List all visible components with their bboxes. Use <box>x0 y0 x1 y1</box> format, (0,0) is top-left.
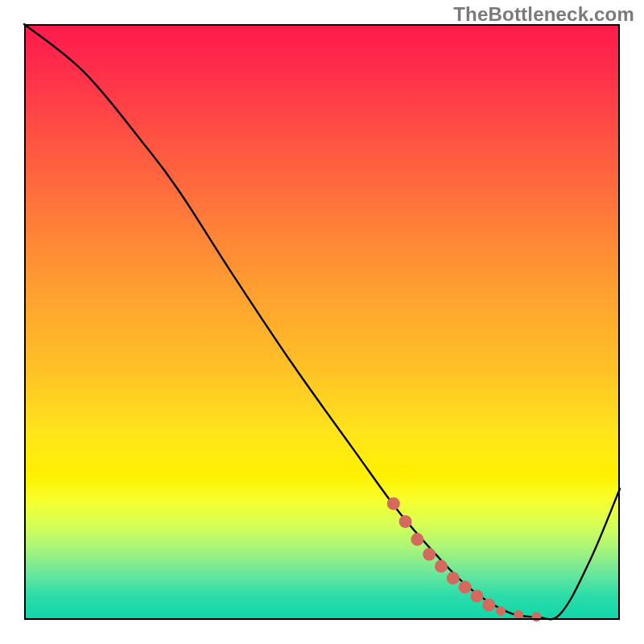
curve-line <box>24 24 620 619</box>
highlight-dot <box>496 606 506 616</box>
highlight-dots <box>387 497 542 622</box>
plot-area <box>24 24 620 620</box>
highlight-dot <box>411 533 423 546</box>
highlight-dot <box>531 612 541 621</box>
highlight-dot <box>514 610 523 620</box>
highlight-dot <box>387 497 400 510</box>
highlight-dot <box>459 580 472 593</box>
highlight-dot <box>435 559 448 572</box>
highlight-dot <box>470 589 483 602</box>
chart-svg <box>24 24 620 620</box>
watermark-text: TheBottleneck.com <box>453 3 634 26</box>
highlight-dot <box>399 515 412 528</box>
chart-container: TheBottleneck.com <box>0 0 644 644</box>
highlight-dot <box>423 548 436 561</box>
highlight-dot <box>447 572 460 584</box>
highlight-dot <box>482 599 495 612</box>
